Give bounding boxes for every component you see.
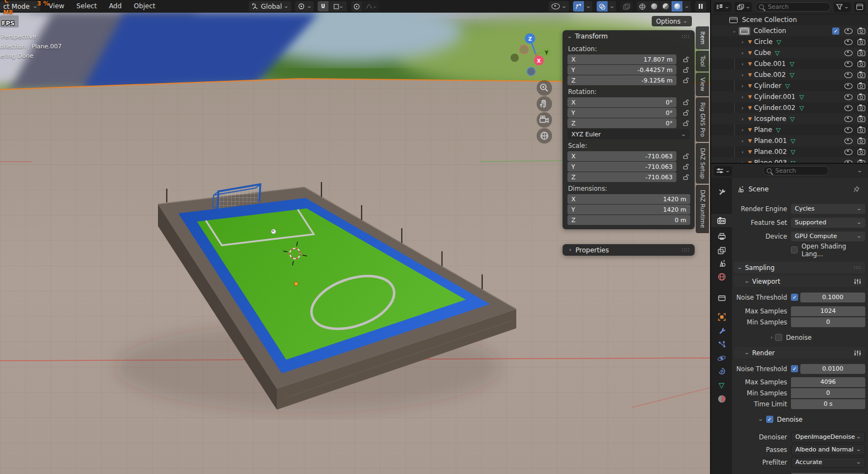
presets-icon[interactable]: [854, 350, 861, 356]
lock-icon[interactable]: [681, 56, 690, 63]
camera-visibility-icon[interactable]: [858, 29, 865, 34]
expand-chevron-icon[interactable]: ›: [739, 39, 746, 45]
lock-icon[interactable]: [681, 174, 690, 180]
hide-eye-icon[interactable]: [844, 61, 853, 67]
collapse-chevron-icon[interactable]: ⌄: [758, 417, 763, 422]
list-item[interactable]: ›▼Icosphere▽: [711, 113, 868, 124]
collection-row[interactable]: ⌄ Collection ✓: [711, 25, 868, 36]
tab-particles[interactable]: [711, 338, 732, 351]
camera-visibility-icon[interactable]: [858, 51, 865, 56]
new-collection-button[interactable]: [854, 2, 865, 12]
shading-rendered-button[interactable]: [672, 1, 683, 12]
3d-viewport[interactable]: Z Y X: [0, 0, 710, 474]
lock-icon[interactable]: [681, 120, 690, 126]
scene-collection-row[interactable]: Scene Collection: [711, 14, 868, 25]
drag-handle-icon[interactable]: ∷∷: [681, 247, 690, 253]
tab-constraints[interactable]: [711, 365, 732, 378]
expand-chevron-icon[interactable]: ›: [739, 149, 746, 155]
max-samples-field[interactable]: 4096: [791, 377, 865, 387]
menu-add[interactable]: Add: [103, 0, 128, 13]
scale-z-field[interactable]: Z-710.063: [567, 172, 676, 182]
hide-eye-icon[interactable]: [844, 127, 853, 133]
overlays-dropdown[interactable]: ⌄: [608, 1, 616, 12]
hide-eye-icon[interactable]: [844, 138, 853, 144]
lock-icon[interactable]: [681, 153, 690, 159]
list-item[interactable]: ›▼Plane.001▽: [711, 135, 868, 146]
expand-chevron-icon[interactable]: ›: [739, 61, 746, 67]
list-item[interactable]: ›▼Cylinder.002▽: [711, 102, 868, 113]
gizmo-y-label[interactable]: Y: [544, 50, 549, 56]
collapse-chevron-icon[interactable]: ⌄: [731, 28, 738, 34]
hide-eye-icon[interactable]: [844, 50, 853, 56]
transform-orientation-dropdown[interactable]: Global ⌄: [249, 1, 291, 12]
shading-wireframe-button[interactable]: [637, 1, 648, 12]
time-limit-field[interactable]: 0 s: [791, 399, 865, 409]
properties-search[interactable]: [763, 166, 829, 175]
tab-physics[interactable]: [711, 351, 732, 365]
list-item[interactable]: ›▼Circle▽: [711, 36, 868, 47]
rotation-y-field[interactable]: Y0°: [567, 108, 676, 118]
pause-render-button[interactable]: [695, 1, 706, 12]
orthographic-toggle-button[interactable]: [537, 128, 552, 144]
tab-item[interactable]: Item: [696, 26, 709, 49]
gizmo-x-label[interactable]: X: [537, 58, 541, 64]
feature-set-dropdown[interactable]: Supported⌄: [791, 218, 865, 228]
camera-visibility-icon[interactable]: [858, 106, 865, 111]
rotation-mode-dropdown[interactable]: XYZ Euler⌄: [567, 129, 690, 139]
lock-icon[interactable]: [681, 67, 690, 73]
max-samples-field[interactable]: 1024: [791, 306, 865, 316]
lock-icon[interactable]: [681, 99, 690, 106]
search-input[interactable]: [755, 2, 831, 12]
menu-select[interactable]: Select: [70, 0, 103, 13]
location-z-field[interactable]: Z-9.1256 m: [567, 75, 676, 85]
prefilter-dropdown[interactable]: Accurate⌄: [791, 457, 865, 468]
expand-chevron-icon[interactable]: ›: [739, 105, 746, 111]
camera-visibility-icon[interactable]: [858, 84, 865, 89]
tab-scene[interactable]: [711, 257, 732, 270]
shading-solid-button[interactable]: [648, 1, 660, 12]
location-y-field[interactable]: Y-0.44257 m: [567, 65, 676, 75]
camera-visibility-icon[interactable]: [858, 62, 865, 67]
denoiser-dropdown[interactable]: OpenImageDenoise⌄: [791, 432, 865, 443]
noise-threshold-checkbox[interactable]: ✓: [791, 294, 798, 301]
list-item[interactable]: ›▼Plane.003▽: [711, 157, 868, 163]
camera-visibility-icon[interactable]: [858, 95, 865, 100]
expand-chevron-icon[interactable]: ›: [739, 127, 746, 133]
lock-icon[interactable]: [681, 109, 690, 116]
camera-visibility-icon[interactable]: [858, 150, 865, 155]
menu-object[interactable]: Object: [128, 0, 161, 13]
camera-visibility-icon[interactable]: [858, 139, 865, 144]
hide-eye-icon[interactable]: [844, 39, 853, 45]
expand-chevron-icon[interactable]: ›: [768, 334, 775, 340]
tab-world[interactable]: [711, 270, 732, 283]
outliner-search[interactable]: [755, 2, 831, 12]
list-item[interactable]: ›▼Cube.002▽: [711, 69, 868, 80]
tab-daz-runtime[interactable]: DAZ Runtime: [696, 185, 709, 233]
filter-dropdown[interactable]: ⌄: [834, 2, 851, 12]
camera-view-button[interactable]: [537, 112, 552, 128]
gizmo-z-label[interactable]: Z: [528, 36, 532, 42]
osl-checkbox[interactable]: [791, 246, 798, 253]
object-visibility-dropdown[interactable]: ⌄: [549, 1, 569, 12]
gizmos-dropdown[interactable]: ⌄: [585, 1, 593, 12]
camera-visibility-icon[interactable]: [858, 40, 865, 45]
tab-output[interactable]: [711, 230, 732, 243]
expand-chevron-icon[interactable]: ›: [739, 138, 746, 144]
header-options-chevron[interactable]: ⌄: [857, 168, 862, 173]
device-dropdown[interactable]: GPU Compute⌄: [791, 232, 865, 241]
proportional-edit-toggle[interactable]: [351, 1, 363, 12]
list-item[interactable]: ›▼Cube.001▽: [711, 58, 868, 69]
transform-panel-header[interactable]: ⌄ Transform ∷∷: [563, 30, 695, 42]
show-gizmos-toggle[interactable]: [573, 1, 585, 12]
list-item[interactable]: ›▼Plane▽: [711, 124, 868, 135]
shading-dropdown[interactable]: ⌄: [683, 1, 691, 12]
shading-material-button[interactable]: [660, 1, 672, 12]
min-samples-field[interactable]: 0: [791, 317, 865, 327]
render-subpanel-header[interactable]: ⌄ Render: [734, 347, 865, 359]
expand-chevron-icon[interactable]: ›: [739, 72, 746, 78]
lock-icon[interactable]: [681, 77, 690, 84]
list-item[interactable]: ›▼Plane.002▽: [711, 146, 868, 157]
pin-icon[interactable]: [853, 186, 860, 192]
expand-chevron-icon[interactable]: ›: [739, 83, 746, 89]
collection-checkbox[interactable]: ✓: [832, 27, 839, 35]
